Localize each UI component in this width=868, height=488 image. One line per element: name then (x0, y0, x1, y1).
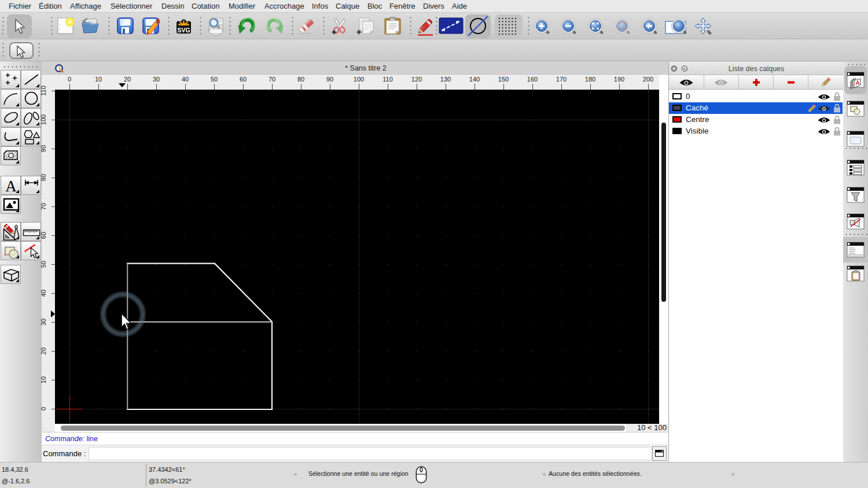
svg-text:SVG: SVG (177, 27, 190, 34)
svg-text:A: A (5, 178, 17, 195)
